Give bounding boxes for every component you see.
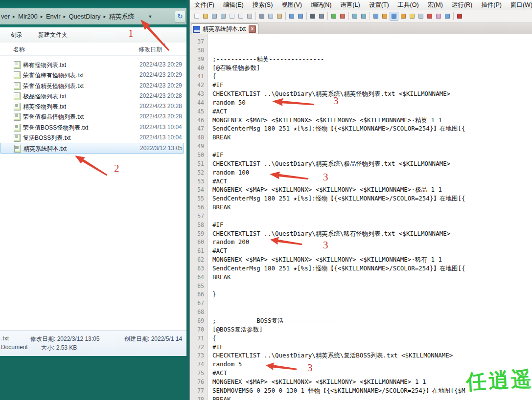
zoom-out-icon[interactable] [339, 12, 347, 20]
line-number: 72 [190, 344, 204, 351]
breadcrumb-dropdown-icon[interactable]: ▼ [148, 14, 153, 19]
save-all-icon[interactable] [219, 12, 227, 20]
tab-active-document[interactable]: 精英系统脚本.txt x [191, 23, 258, 34]
file-row[interactable]: 荣誉值BOSS怪物列表.txt2022/4/13 10:04 [0, 122, 183, 133]
print-icon[interactable] [246, 12, 254, 20]
menu-item-编码N[interactable]: 编码(N) [306, 0, 336, 10]
find-icon[interactable] [309, 12, 317, 20]
line-number: 56 [190, 204, 204, 211]
code-line: 44random 50 [190, 99, 532, 108]
breadcrumb-item-QuestDiary[interactable]: QuestDiary [69, 13, 101, 20]
breadcrumb-item-精英系统[interactable]: 精英系统 [109, 12, 135, 21]
line-number: 48 [190, 134, 204, 141]
undo-icon[interactable] [288, 12, 296, 20]
menu-item-运行R[interactable]: 运行(R) [447, 0, 477, 10]
close-all-icon-glyph [238, 14, 243, 19]
sync-horizontal-icon[interactable] [360, 12, 368, 20]
code-line-text: SendCenterMsg 180 251 ★[%s]:怪物【{<$KILLMO… [212, 125, 465, 133]
explorer-window: ver ▸Mir200▸Envir▸QuestDiary▸精英系统 ▼ ↻ 刻录… [0, 0, 186, 357]
word-wrap-icon[interactable] [372, 12, 380, 20]
menu-item-宏M[interactable]: 宏(M) [423, 0, 447, 10]
menu-item-文件F[interactable]: 文件(F) [190, 0, 219, 10]
editor-tab-bar: 精英系统脚本.txt x [190, 22, 532, 35]
file-row[interactable]: 极品怪物列表.txt2022/4/23 20:28 [0, 91, 183, 101]
annotation-number: 2 [114, 162, 119, 175]
cut-icon-glyph [259, 14, 264, 19]
paste-icon-glyph [277, 14, 282, 19]
open-folder-icon[interactable] [202, 12, 209, 20]
file-row[interactable]: 荣誉值稀有怪物列表.txt2022/4/23 20:29 [0, 70, 183, 80]
save-icon[interactable] [210, 12, 218, 20]
desktop: ver ▸Mir200▸Envir▸QuestDiary▸精英系统 ▼ ↻ 刻录… [0, 0, 532, 400]
text-file-icon [14, 61, 21, 69]
new-file-icon[interactable] [193, 12, 201, 20]
breadcrumb-separator-icon: ▸ [38, 14, 46, 19]
menu-item-设置T[interactable]: 设置(T) [365, 0, 393, 10]
code-line-text: [@召唤怪物参数] [212, 64, 260, 72]
code-line: 41{ [190, 72, 532, 81]
code-line-text: #IF [212, 343, 224, 351]
file-row[interactable]: 精英系统脚本.txt2022/3/12 13:05 [0, 143, 184, 153]
function-list-icon-glyph [401, 14, 406, 19]
file-name: 复活BOSS列表.txt [23, 134, 70, 142]
toolbar-separator [327, 12, 328, 20]
zoom-in-icon[interactable] [330, 12, 338, 20]
text-file-icon [14, 92, 21, 100]
save-all-icon-glyph [221, 14, 226, 19]
explorer-titlebar[interactable] [0, 0, 186, 8]
close-all-icon[interactable] [237, 12, 245, 20]
column-header-name[interactable]: 名称 [13, 45, 25, 54]
function-list-icon[interactable] [399, 12, 407, 20]
menu-item-搜索S[interactable]: 搜索(S) [248, 0, 278, 10]
burn-button[interactable]: 刻录 [6, 29, 27, 41]
menu-item-视图V[interactable]: 视图(V) [277, 0, 306, 10]
sync-vertical-icon[interactable] [351, 12, 359, 20]
line-number: 73 [190, 352, 204, 359]
breadcrumb-item-Envir[interactable]: Envir [46, 13, 61, 20]
cut-icon[interactable] [258, 12, 266, 20]
line-number: 40 [190, 65, 204, 71]
file-row[interactable]: 稀有怪物列表.txt2022/4/23 20:29 [0, 60, 183, 70]
file-row[interactable]: 荣誉值极品怪物列表.txt2022/4/23 20:28 [0, 111, 183, 122]
menu-item-插件P[interactable]: 插件(P) [477, 0, 506, 10]
column-header-date[interactable]: 修改日期 [139, 45, 162, 54]
refresh-icon[interactable]: ↻ [175, 11, 185, 22]
file-row[interactable]: 精英怪物列表.txt2022/4/23 20:28 [0, 101, 183, 111]
menu-item-编辑E[interactable]: 编辑(E) [219, 0, 248, 10]
file-name: 荣誉值BOSS怪物列表.txt [23, 124, 88, 132]
breadcrumb-separator-icon: ▸ [10, 14, 18, 19]
folder-workspace-icon[interactable] [435, 12, 442, 20]
editor-toolbar [190, 10, 532, 22]
explorer-details-pane: .txt 修改日期: 2022/3/12 13:05 创建日期: 2022/5/… [0, 330, 186, 356]
line-number: 77 [190, 387, 204, 394]
new-folder-button[interactable]: 新建文件夹 [33, 29, 72, 41]
breadcrumb-item-Mir200[interactable]: Mir200 [18, 13, 38, 20]
indent-guide-icon[interactable] [390, 12, 398, 21]
file-name: 荣誉值极品怪物列表.txt [23, 113, 84, 121]
code-line: 60random 200 [190, 238, 532, 247]
record-macro-icon[interactable] [456, 12, 463, 20]
menu-item-窗口W[interactable]: 窗口(W) [506, 0, 532, 10]
line-number: 39 [190, 56, 204, 63]
tab-close-icon[interactable]: x [249, 25, 256, 33]
edit-marker-icon[interactable] [426, 12, 434, 20]
show-all-characters-icon[interactable] [381, 12, 389, 20]
code-line-text: random 50 [212, 99, 246, 106]
toolbar-separator [453, 12, 454, 20]
file-row[interactable]: 复活BOSS列表.txt2022/4/13 10:04 [0, 133, 183, 143]
monitor-icon[interactable] [443, 12, 451, 20]
breadcrumb-segment-cut[interactable]: ver [1, 13, 10, 20]
code-line: 73CHECKTEXTLIST ..\QuestDiary\精英系统\复活BOS… [190, 352, 532, 360]
replace-icon[interactable] [318, 12, 325, 20]
redo-icon[interactable] [297, 12, 304, 20]
code-editing-area[interactable]: 373839;-----------精英---------------40[@召… [190, 34, 532, 400]
toolbar-separator [255, 12, 256, 20]
paste-icon[interactable] [276, 12, 283, 20]
close-doc-icon[interactable] [228, 12, 236, 20]
copy-icon[interactable] [267, 12, 275, 20]
doc-switcher-icon[interactable] [417, 12, 425, 20]
menu-item-语言L[interactable]: 语言(L) [336, 0, 364, 10]
document-map-icon[interactable] [408, 12, 416, 20]
menu-item-工具O[interactable]: 工具(O) [393, 0, 423, 10]
file-row[interactable]: 荣誉值精英怪物列表.txt2022/4/23 20:29 [0, 81, 183, 91]
